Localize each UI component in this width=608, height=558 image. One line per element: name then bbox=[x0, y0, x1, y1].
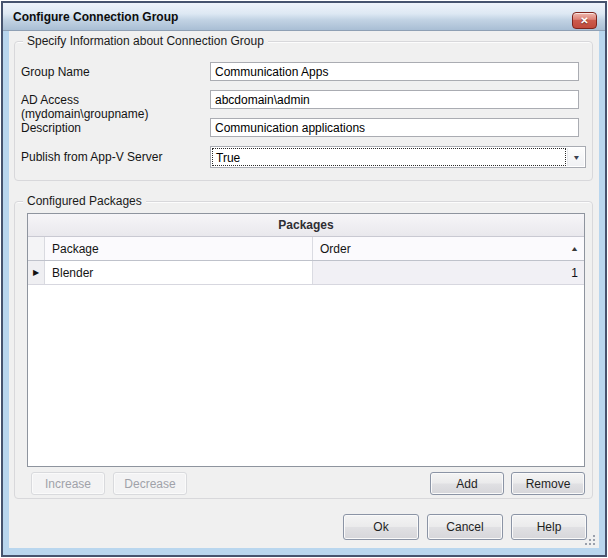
publish-server-label: Publish from App-V Server bbox=[21, 150, 209, 164]
table-header-row: Package Order ▲ bbox=[28, 237, 584, 261]
resize-grip[interactable] bbox=[584, 534, 596, 546]
increase-button: Increase bbox=[31, 472, 105, 495]
group-specify-info-title: Specify Information about Connection Gro… bbox=[23, 34, 268, 48]
group-configured-packages: Configured Packages Packages Package Ord… bbox=[14, 201, 593, 499]
group-name-input[interactable] bbox=[210, 62, 579, 81]
table-title: Packages bbox=[28, 214, 584, 237]
close-button[interactable]: ✕ bbox=[572, 12, 597, 29]
description-label: Description bbox=[21, 121, 209, 135]
row-marker-icon: ▶ bbox=[33, 269, 39, 277]
cell-order: 1 bbox=[313, 261, 584, 284]
table-empty-area bbox=[28, 285, 584, 466]
group-name-label: Group Name bbox=[21, 65, 209, 79]
packages-table: Packages Package Order ▲ ▶ Blender bbox=[27, 213, 585, 467]
row-header-corner-cell bbox=[28, 237, 45, 260]
column-header-order-label: Order bbox=[320, 242, 351, 256]
publish-server-combo[interactable]: True ▼ bbox=[210, 146, 586, 168]
combo-selected-value: True bbox=[212, 148, 566, 166]
sort-ascending-icon: ▲ bbox=[570, 245, 579, 252]
description-input[interactable] bbox=[210, 118, 579, 137]
ok-button[interactable]: Ok bbox=[343, 514, 419, 540]
group-specify-info: Specify Information about Connection Gro… bbox=[14, 41, 593, 181]
group-configured-packages-title: Configured Packages bbox=[23, 194, 146, 208]
decrease-button: Decrease bbox=[113, 472, 187, 495]
column-header-package-label: Package bbox=[52, 242, 99, 256]
chevron-down-icon: ▼ bbox=[572, 154, 580, 161]
column-header-order[interactable]: Order ▲ bbox=[313, 237, 584, 260]
cell-package: Blender bbox=[45, 261, 313, 284]
dialog-body: Specify Information about Connection Gro… bbox=[9, 31, 599, 548]
dialog-window: Configure Connection Group ✕ Specify Inf… bbox=[1, 1, 607, 557]
add-button[interactable]: Add bbox=[430, 472, 504, 495]
cancel-button[interactable]: Cancel bbox=[427, 514, 503, 540]
ad-access-input[interactable] bbox=[210, 90, 579, 109]
window-title: Configure Connection Group bbox=[13, 3, 178, 31]
help-button[interactable]: Help bbox=[511, 514, 587, 540]
column-header-package[interactable]: Package bbox=[45, 237, 313, 260]
close-icon: ✕ bbox=[580, 16, 588, 26]
title-bar[interactable]: Configure Connection Group ✕ bbox=[3, 3, 605, 31]
table-row[interactable]: ▶ Blender 1 bbox=[28, 261, 584, 285]
remove-button[interactable]: Remove bbox=[511, 472, 585, 495]
combo-dropdown-button[interactable]: ▼ bbox=[567, 148, 584, 166]
ad-access-label: AD Access (mydomain\groupname) bbox=[21, 93, 209, 107]
current-row-marker-cell: ▶ bbox=[28, 261, 45, 284]
